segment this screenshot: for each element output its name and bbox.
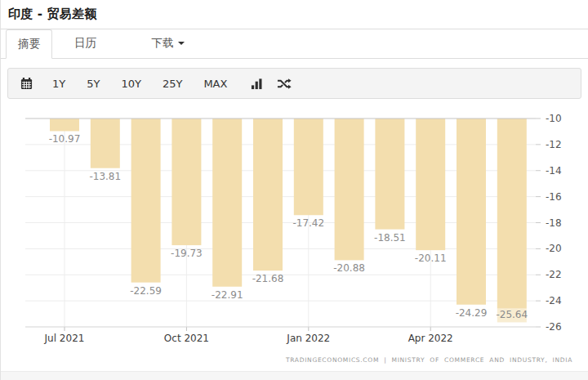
bar[interactable]: [457, 118, 486, 305]
bar[interactable]: [497, 118, 527, 322]
bar[interactable]: [416, 118, 445, 250]
bar-chart-icon[interactable]: [247, 74, 265, 92]
bar-value-label: -13.81: [89, 171, 121, 182]
tab-download[interactable]: 下载: [140, 29, 196, 57]
y-tick-label: -16: [546, 191, 562, 203]
bar[interactable]: [50, 118, 79, 131]
tab-summary[interactable]: 摘要: [6, 29, 52, 59]
bar-value-label: -19.73: [171, 248, 203, 259]
bar-value-label: -21.68: [252, 273, 284, 284]
chevron-down-icon: [178, 42, 185, 45]
shuffle-icon[interactable]: [275, 74, 293, 92]
y-tick-label: -10: [546, 113, 562, 124]
page-header: 印度 - 贸易差额: [1, 0, 588, 29]
bar-value-label: -18.51: [374, 232, 406, 244]
bar[interactable]: [253, 118, 283, 270]
trading-economics-page: 印度 - 贸易差额 摘要 日历 下载: [0, 0, 588, 380]
bar[interactable]: [294, 118, 323, 215]
y-tick-label: -26: [546, 321, 562, 333]
range-button-25y[interactable]: 25Y: [152, 73, 193, 95]
calendar-icon[interactable]: [17, 74, 35, 92]
range-button-max[interactable]: MAX: [193, 73, 238, 95]
y-tick-label: -18: [546, 217, 562, 229]
page-title: 印度 - 贸易差额: [1, 0, 588, 22]
latest-value-label: -25.64: [496, 309, 528, 320]
bar-value-label: -10.97: [49, 133, 81, 145]
bar[interactable]: [212, 118, 242, 287]
bar[interactable]: [172, 118, 201, 245]
bar[interactable]: [335, 118, 364, 260]
footer-strip: [1, 371, 588, 380]
range-button-10y[interactable]: 10Y: [110, 73, 151, 95]
bar-value-label: -20.88: [333, 262, 365, 274]
bar-value-label: -22.59: [130, 285, 162, 297]
attribution-text: TRADINGECONOMICS.COM | MINISTRY OF COMME…: [285, 356, 572, 364]
x-tick-label: Apr 2022: [408, 333, 453, 344]
x-tick-label: Jan 2022: [286, 333, 330, 344]
tab-download-label: 下载: [151, 36, 173, 49]
bar-value-label: -17.42: [292, 217, 324, 229]
bar-value-label: -20.11: [415, 253, 447, 264]
y-tick-label: -12: [546, 139, 562, 150]
chart-toolbar: 1Y 5Y 10Y 25Y MAX: [7, 68, 581, 99]
range-button-1y[interactable]: 1Y: [42, 73, 76, 95]
tab-bar: 摘要 日历 下载: [1, 29, 588, 59]
trade-balance-bar-chart: -10-12-14-16-18-20-22-24-26-10.97-13.81-…: [1, 99, 588, 380]
y-tick-label: -24: [546, 295, 562, 306]
bar[interactable]: [91, 118, 120, 168]
tab-calendar-label: 日历: [74, 36, 96, 49]
tab-calendar[interactable]: 日历: [63, 29, 108, 57]
y-tick-label: -14: [546, 165, 562, 177]
y-tick-label: -22: [546, 269, 562, 280]
x-tick-label: Jul 2021: [44, 333, 85, 344]
tab-summary-label: 摘要: [18, 37, 40, 50]
x-tick-label: Oct 2021: [164, 333, 209, 344]
bar[interactable]: [375, 118, 404, 230]
y-tick-label: -20: [546, 243, 562, 254]
bar[interactable]: [131, 118, 161, 283]
bar-value-label: -22.91: [212, 289, 243, 301]
range-button-5y[interactable]: 5Y: [76, 73, 110, 95]
bar-value-label: -24.29: [456, 307, 488, 319]
